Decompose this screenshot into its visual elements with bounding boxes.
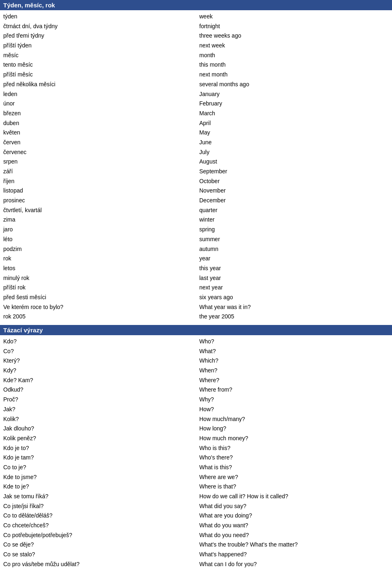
english-term: What did you say?	[196, 502, 392, 511]
english-term: June	[196, 138, 392, 148]
table-row: Ve kterém roce to bylo?What year was it …	[0, 302, 392, 312]
czech-term: příští rok	[0, 283, 196, 293]
czech-term: duben	[0, 119, 196, 128]
english-term: What year was it in?	[196, 302, 392, 312]
czech-term: Jak se tomu říká?	[0, 492, 196, 502]
english-term: How long?	[196, 424, 392, 434]
english-term: What is this?	[196, 463, 392, 473]
czech-term: příští měsíc	[0, 70, 196, 80]
table-row: čtvrtletí, kvartálquarter	[0, 206, 392, 215]
table-row: tento měsícthis month	[0, 60, 392, 70]
english-term: When?	[196, 366, 392, 376]
czech-term: únor	[0, 99, 196, 109]
english-term: January	[196, 90, 392, 99]
czech-term: Jak dlouho?	[0, 424, 196, 434]
table-row: Jak se tomu říká?How do we call it? How …	[0, 492, 392, 502]
table-row: Kdo je tam?Who's there?	[0, 453, 392, 463]
english-term: year	[196, 254, 392, 264]
table-row: rok 2005the year 2005	[0, 312, 392, 322]
english-term: Where is that?	[196, 482, 392, 492]
table-row: Co chcete/chceš?What do you want?	[0, 521, 392, 531]
table-row: příští týdennext week	[0, 41, 392, 51]
table-row: Který?Which?	[0, 356, 392, 366]
english-term: winter	[196, 215, 392, 225]
czech-term: rok	[0, 254, 196, 264]
english-term: this month	[196, 60, 392, 70]
czech-term: Kde to jsme?	[0, 473, 196, 482]
czech-term: srpen	[0, 157, 196, 167]
table-row: měsícmonth	[0, 51, 392, 60]
table-row: Jak?How?	[0, 405, 392, 414]
table-row: záříSeptember	[0, 167, 392, 177]
table-row: červenecJuly	[0, 148, 392, 157]
english-term: Who is this?	[196, 444, 392, 453]
english-term: the year 2005	[196, 312, 392, 322]
english-term: six years ago	[196, 293, 392, 302]
czech-term: květen	[0, 128, 196, 138]
english-term: December	[196, 196, 392, 206]
table-row: květenMay	[0, 128, 392, 138]
czech-term: před šesti měsíci	[0, 293, 196, 302]
english-term: Where from?	[196, 385, 392, 395]
czech-term: Kdo?	[0, 337, 196, 347]
table-row: podzimautumn	[0, 244, 392, 254]
table-row: před šesti měsícisix years ago	[0, 293, 392, 302]
english-term: What do you need?	[196, 531, 392, 540]
english-term: What are you doing?	[196, 511, 392, 521]
table-row: rokyear	[0, 254, 392, 264]
czech-term: jaro	[0, 225, 196, 235]
table-row: týdenweek	[0, 12, 392, 22]
english-term: September	[196, 167, 392, 177]
czech-term: léto	[0, 235, 196, 244]
table-row: ledenJanuary	[0, 90, 392, 99]
english-term: How much money?	[196, 434, 392, 444]
czech-term: tento měsíc	[0, 60, 196, 70]
table-row: létosummer	[0, 235, 392, 244]
czech-term: Kolik peněz?	[0, 434, 196, 444]
table-row: Jak dlouho?How long?	[0, 424, 392, 434]
czech-term: Co?	[0, 347, 196, 356]
english-term: summer	[196, 235, 392, 244]
czech-term: Kdo je to?	[0, 444, 196, 453]
table-row: březenMarch	[0, 109, 392, 119]
table-row: Co pro vás/tebe můžu udělat?What can I d…	[0, 560, 392, 569]
czech-term: Co jste/jsi říkal?	[0, 502, 196, 511]
english-term: quarter	[196, 206, 392, 215]
czech-term: Co chcete/chceš?	[0, 521, 196, 531]
english-term: Why?	[196, 395, 392, 405]
table-row: dubenApril	[0, 119, 392, 128]
app: Týden, měsíc, roktýdenweekčtrnáct dní, d…	[0, 0, 392, 569]
vocab-table-section1: týdenweekčtrnáct dní, dva týdnyfortnight…	[0, 12, 392, 322]
table-row: Co se děje?What's the trouble? What's th…	[0, 540, 392, 550]
czech-term: září	[0, 167, 196, 177]
english-term: What's the trouble? What's the matter?	[196, 540, 392, 550]
english-term: Which?	[196, 356, 392, 366]
table-row: Co jste/jsi říkal?What did you say?	[0, 502, 392, 511]
czech-term: listopad	[0, 186, 196, 196]
english-term: next year	[196, 283, 392, 293]
english-term: May	[196, 128, 392, 138]
czech-term: před několika měsíci	[0, 80, 196, 90]
czech-term: týden	[0, 12, 196, 22]
english-term: February	[196, 99, 392, 109]
table-row: únorFebruary	[0, 99, 392, 109]
table-row: Co?What?	[0, 347, 392, 356]
czech-term: prosinec	[0, 196, 196, 206]
table-row: Co to děláte/děláš?What are you doing?	[0, 511, 392, 521]
czech-term: Jak?	[0, 405, 196, 414]
czech-term: březen	[0, 109, 196, 119]
czech-term: Co to je?	[0, 463, 196, 473]
table-row: před několika měsíciseveral months ago	[0, 80, 392, 90]
table-row: Kde? Kam?Where?	[0, 376, 392, 385]
english-term: three weeks ago	[196, 31, 392, 41]
english-term: October	[196, 177, 392, 186]
english-term: several months ago	[196, 80, 392, 90]
section-header-section2: Tázací výrazy	[0, 325, 392, 335]
table-row: Kdo je to?Who is this?	[0, 444, 392, 453]
english-term: Where are we?	[196, 473, 392, 482]
czech-term: Kde to je?	[0, 482, 196, 492]
table-row: Kolik peněz?How much money?	[0, 434, 392, 444]
czech-term: měsíc	[0, 51, 196, 60]
czech-term: rok 2005	[0, 312, 196, 322]
table-row: čtrnáct dní, dva týdnyfortnight	[0, 22, 392, 31]
